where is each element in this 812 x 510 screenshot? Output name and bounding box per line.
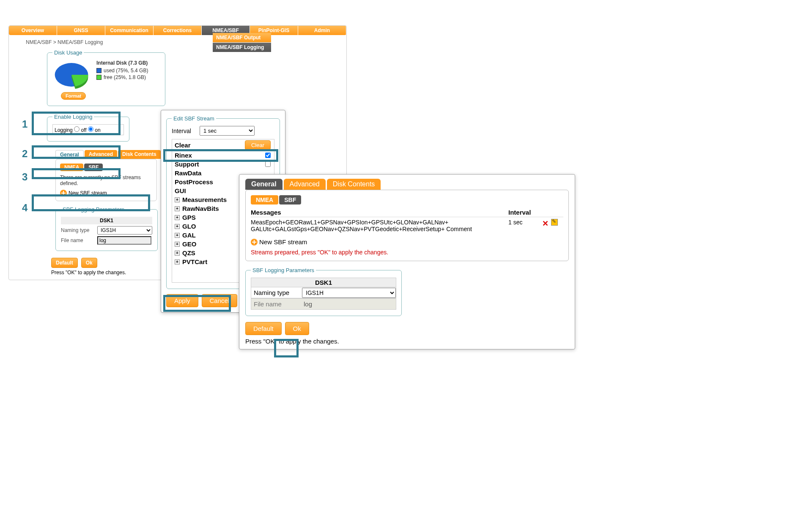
p3-naming-label: Naming type [251, 287, 302, 298]
used-swatch [96, 68, 102, 73]
row-postprocess[interactable]: PostProcess [175, 178, 213, 185]
step-3: 3 [22, 171, 27, 183]
stream-panel: NMEA SBF There are currently no SBF stre… [55, 159, 157, 201]
plus-icon [251, 239, 258, 245]
p3-dsk: DSK1 [251, 278, 396, 287]
p3-tab-general[interactable]: General [245, 179, 283, 190]
subnav-logging[interactable]: NMEA/SBF Logging [213, 43, 271, 52]
edit-legend: Edit SBF Stream [172, 115, 216, 122]
interval-select[interactable]: 1 sec [200, 126, 255, 136]
row-rawnavbits[interactable]: RawNavBits [182, 205, 219, 212]
ok-button[interactable]: Ok [81, 258, 97, 268]
used-label: used (75%, 5.4 GB) [104, 68, 148, 74]
expand-icon[interactable]: + [175, 224, 180, 229]
disk-usage-legend: Disk Usage [52, 49, 84, 56]
step-1: 1 [22, 118, 27, 130]
p3-tab-disk[interactable]: Disk Contents [327, 179, 381, 190]
clear-label: Clear [175, 142, 191, 149]
messages-value: MeasEpoch+GEORawL1+GPSNav+GPSIon+GPSUtc+… [251, 219, 508, 232]
disk-pie-chart [52, 60, 91, 90]
row-geo[interactable]: GEO [182, 240, 196, 248]
cancel-button[interactable]: Cancel [202, 294, 238, 307]
delete-icon[interactable]: ✕ [542, 219, 549, 228]
filename-input[interactable] [97, 236, 151, 245]
subtab-diskcontents[interactable]: Disk Contents [118, 150, 161, 159]
row-gal[interactable]: GAL [182, 232, 196, 239]
tab-sbf[interactable]: SBF [84, 164, 103, 171]
logging-off-radio[interactable] [74, 126, 80, 132]
free-label: free (25%, 1.8 GB) [104, 74, 146, 80]
default-button[interactable]: Default [51, 258, 78, 268]
row-measurements[interactable]: Measurements [182, 196, 227, 203]
p3-hint: Press "OK" to apply the changes. [245, 338, 569, 345]
row-rinex[interactable]: Rinex [175, 152, 192, 159]
p3-filename-value: log [302, 299, 396, 309]
p3-ok-button[interactable]: Ok [285, 322, 309, 335]
dsk-header: DSK1 [61, 217, 152, 224]
top-nav: Overview GNSS Communication Corrections … [9, 26, 346, 35]
nav-admin[interactable]: Admin [298, 26, 346, 35]
p3-tab-sbf[interactable]: SBF [279, 195, 301, 205]
row-pvtcart[interactable]: PVTCart [182, 258, 207, 265]
plus-icon [60, 190, 67, 196]
row-support[interactable]: Support [175, 161, 199, 168]
nav-overview[interactable]: Overview [9, 26, 57, 35]
row-gps[interactable]: GPS [182, 214, 196, 221]
subnav: NMEA/SBF Output NMEA/SBF Logging [213, 33, 271, 52]
expand-icon[interactable]: + [175, 259, 180, 265]
rinex-checkbox[interactable] [265, 153, 271, 158]
sbf-params-panel: SBF Logging Parameters DSK1 Naming type … [55, 206, 158, 251]
expand-icon[interactable]: + [175, 197, 180, 202]
breadcrumb: NMEA/SBF > NMEA/SBF Logging [26, 39, 342, 45]
subnav-output[interactable]: NMEA/SBF Output [213, 33, 271, 43]
filename-label: File name [61, 237, 95, 243]
apply-button[interactable]: Apply [166, 294, 198, 307]
naming-label: Naming type [61, 227, 95, 233]
clear-button[interactable]: Clear [245, 140, 271, 150]
nav-gnss[interactable]: GNSS [57, 26, 105, 35]
enable-logging-panel: Enable Logging Logging off on [47, 114, 129, 142]
new-sbf-stream-link[interactable]: New SBF stream [60, 190, 152, 196]
step-2: 2 [22, 148, 27, 160]
expand-icon[interactable]: + [175, 251, 180, 256]
p3-filename-label: File name [251, 299, 302, 309]
p3-tab-nmea[interactable]: NMEA [251, 195, 278, 205]
expand-icon[interactable]: + [175, 206, 180, 211]
row-glo[interactable]: GLO [182, 223, 196, 230]
expand-icon[interactable]: + [175, 233, 180, 238]
enable-legend: Enable Logging [52, 114, 94, 120]
nav-communication[interactable]: Communication [105, 26, 154, 35]
p3-default-button[interactable]: Default [245, 322, 282, 335]
row-rawdata[interactable]: RawData [175, 169, 201, 177]
sbf-params-legend: SBF Logging Parameters [61, 206, 126, 213]
edit-icon[interactable] [551, 219, 558, 226]
p3-new-stream[interactable]: New SBF stream [251, 238, 563, 245]
nav-corrections[interactable]: Corrections [154, 26, 202, 35]
step-4: 4 [22, 202, 27, 214]
subtab-general[interactable]: General [55, 150, 84, 159]
result-panel: General Advanced Disk Contents NMEA SBF … [239, 174, 575, 349]
logging-on-radio[interactable] [88, 126, 93, 132]
messages-head: Messages [251, 209, 508, 216]
expand-icon[interactable]: + [175, 242, 180, 247]
no-streams-msg: There are currently no SBF streams defin… [60, 175, 152, 186]
naming-select[interactable]: IGS1H [97, 226, 152, 235]
format-button[interactable]: Format [61, 92, 86, 100]
p3-params-legend: SBF Logging Parameters [251, 267, 316, 273]
disk-title: Internal Disk (7.3 GB) [96, 60, 148, 66]
p3-naming-select[interactable]: IGS1H [302, 288, 396, 298]
p3-tab-advanced[interactable]: Advanced [284, 179, 326, 190]
row-gui[interactable]: GUI [175, 187, 186, 194]
interval-label: Interval [172, 128, 191, 134]
interval-value: 1 sec [508, 219, 542, 226]
logging-label: Logging [55, 127, 73, 133]
row-qzs[interactable]: QZS [182, 249, 195, 256]
subtab-advanced[interactable]: Advanced [85, 150, 117, 159]
disk-usage-panel: Disk Usage Internal Disk (7.3 GB) used (… [47, 49, 165, 106]
tab-nmea[interactable]: NMEA [60, 164, 83, 171]
p3-params-fieldset: SBF Logging Parameters DSK1 Naming type … [245, 267, 402, 316]
free-swatch [96, 75, 102, 80]
support-checkbox[interactable] [265, 161, 271, 167]
interval-head: Interval [508, 209, 542, 216]
expand-icon[interactable]: + [175, 215, 180, 220]
